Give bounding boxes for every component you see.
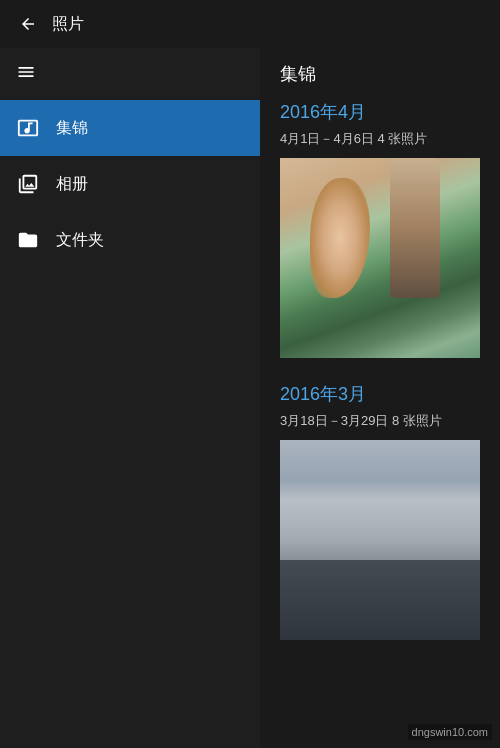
sidebar-label-albums: 相册 [56,174,88,195]
app-title: 照片 [52,14,84,35]
main-container: 集锦 相册 文件夹 集锦 [0,48,500,748]
april-photo [280,158,480,358]
content-body: 2016年4月 4月1日－4月6日 4 张照片 2016年3月 3月18日－3月… [260,100,500,748]
content-header: 集锦 [260,48,500,100]
section-march: 2016年3月 3月18日－3月29日 8 张照片 [280,382,480,640]
sidebar-item-folders[interactable]: 文件夹 [0,212,260,268]
albums-icon [16,172,40,196]
section-image-april[interactable] [280,158,480,358]
section-month-april: 2016年4月 [280,100,480,124]
march-overlay [280,440,480,640]
sidebar-label-highlights: 集锦 [56,118,88,139]
sidebar: 集锦 相册 文件夹 [0,48,260,748]
watermark: dngswin10.com [408,724,492,740]
sidebar-header [0,48,260,100]
section-image-march[interactable] [280,440,480,640]
section-month-march: 2016年3月 [280,382,480,406]
content-title: 集锦 [280,62,316,86]
section-meta-march: 3月18日－3月29日 8 张照片 [280,412,480,430]
content-area: 集锦 2016年4月 4月1日－4月6日 4 张照片 2016年3月 3月18日… [260,48,500,748]
hamburger-icon[interactable] [16,62,36,87]
folders-icon [16,228,40,252]
section-meta-april: 4月1日－4月6日 4 张照片 [280,130,480,148]
highlights-icon [16,116,40,140]
section-april: 2016年4月 4月1日－4月6日 4 张照片 [280,100,480,358]
march-photo [280,440,480,640]
sidebar-label-folders: 文件夹 [56,230,104,251]
title-bar: 照片 [0,0,500,48]
back-button[interactable] [12,8,44,40]
sidebar-item-highlights[interactable]: 集锦 [0,100,260,156]
sidebar-item-albums[interactable]: 相册 [0,156,260,212]
